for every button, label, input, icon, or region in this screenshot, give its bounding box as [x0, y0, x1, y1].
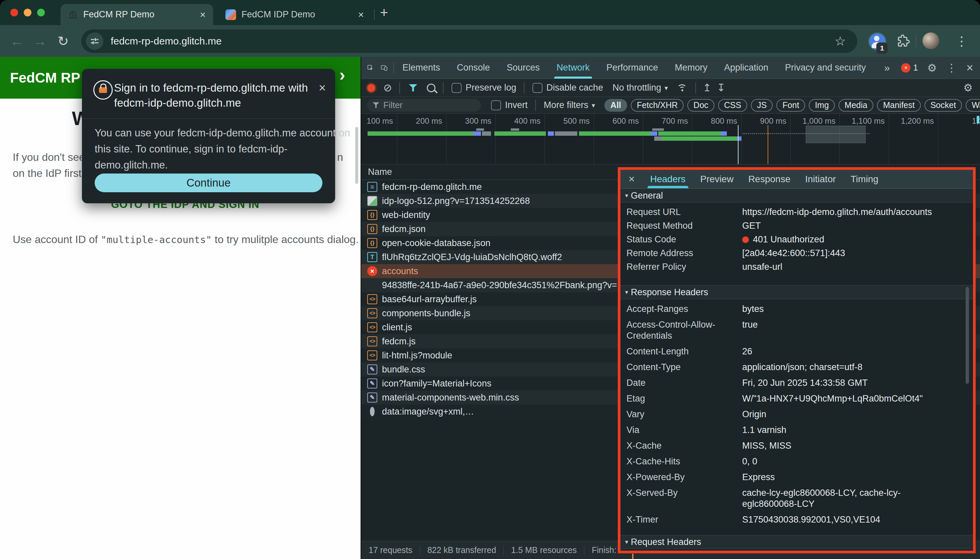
header-value: Origin: [742, 409, 950, 420]
continue-button[interactable]: Continue: [94, 174, 323, 192]
new-tab-button[interactable]: +: [380, 5, 388, 21]
idp-favicon: [225, 9, 236, 20]
filter-pill-js[interactable]: JS: [751, 99, 773, 112]
details-scrollbar[interactable]: [966, 287, 969, 384]
bookmark-star-icon[interactable]: ☆: [834, 34, 846, 48]
error-count: 1: [913, 63, 918, 73]
filter-pill-img[interactable]: Img: [809, 99, 835, 112]
header-value: Express: [742, 472, 950, 483]
preserve-log-checkbox[interactable]: [452, 83, 462, 93]
close-details-icon[interactable]: ×: [629, 173, 635, 185]
filter-pill-wasm[interactable]: Wasm: [966, 99, 980, 112]
filter-pill-font[interactable]: Font: [776, 99, 805, 112]
close-tab-icon[interactable]: ×: [358, 10, 364, 20]
reload-icon[interactable]: ↻: [58, 33, 69, 49]
header-value: MISS, MISS: [742, 440, 950, 452]
chrome-menu-icon[interactable]: ⋮: [955, 34, 968, 48]
back-icon[interactable]: ←: [10, 33, 23, 48]
header-value: S1750430038.992001,VS0,VE104: [742, 514, 950, 525]
details-tab-preview[interactable]: Preview: [693, 170, 741, 188]
export-har-icon[interactable]: ↧: [717, 81, 725, 94]
devtools-menu-icon[interactable]: ⋮: [946, 61, 957, 74]
lock-icon: [93, 80, 113, 100]
dialog-title-line1: Sign in to fedcm-rp-demo.glitch.me with: [114, 80, 308, 95]
network-overview-timeline[interactable]: 100 ms200 ms300 ms400 ms500 ms600 ms700 …: [361, 114, 980, 164]
details-tab-timing[interactable]: Timing: [843, 170, 886, 188]
filter-pill-all[interactable]: All: [604, 99, 627, 112]
network-filter-row: Filter Invert More filters ▾ AllFetch/XH…: [361, 97, 980, 114]
filter-pill-css[interactable]: CSS: [718, 99, 747, 112]
device-toolbar-icon[interactable]: [381, 63, 387, 73]
devtools-tab-elements[interactable]: Elements: [394, 57, 449, 79]
more-filters-button[interactable]: More filters: [544, 100, 589, 110]
inspect-element-icon[interactable]: [367, 63, 374, 73]
site-settings-icon[interactable]: [86, 32, 103, 50]
header-value: 1.1 varnish: [742, 425, 950, 436]
more-tabs-icon[interactable]: »: [884, 62, 890, 74]
dialog-close-icon[interactable]: ×: [319, 81, 326, 95]
search-icon[interactable]: [427, 84, 435, 92]
request-name: web-identity: [382, 210, 430, 220]
clear-network-log-icon[interactable]: ⊘: [383, 81, 392, 94]
request-name: client.js: [382, 322, 412, 332]
filter-pill-fetch-xhr[interactable]: Fetch/XHR: [631, 99, 684, 112]
response-headers-section-header[interactable]: ▾ Response Headers: [621, 285, 973, 299]
import-har-icon[interactable]: ↥: [703, 81, 712, 94]
devtools-close-icon[interactable]: ×: [966, 61, 973, 75]
devtools-tab-application[interactable]: Application: [716, 57, 776, 79]
address-bar[interactable]: fedcm-rp-demo.glitch.me ☆: [81, 30, 857, 53]
devtools-tab-sources[interactable]: Sources: [498, 57, 548, 79]
filter-funnel-icon[interactable]: [409, 84, 417, 92]
close-window-button[interactable]: [10, 9, 18, 17]
error-badge-icon[interactable]: ×: [901, 63, 910, 73]
close-tab-icon[interactable]: ×: [200, 10, 206, 20]
request-name: material-components-web.min.css: [382, 392, 519, 403]
filter-pill-manifest[interactable]: Manifest: [877, 99, 920, 112]
header-row: VaryOrigin: [621, 407, 973, 422]
browser-window: FedCM RP Demo × FedCM IDP Demo × + ← → ↻…: [0, 0, 980, 559]
request-name: idp-logo-512.png?v=1713514252268: [382, 196, 530, 206]
request-name: open-cookie-database.json: [382, 238, 490, 248]
overview-selection-box: [806, 126, 866, 143]
filter-pill-socket[interactable]: Socket: [924, 99, 962, 112]
throttling-select[interactable]: No throttling: [612, 83, 661, 93]
details-tab-response[interactable]: Response: [741, 170, 798, 188]
extensions-puzzle-icon[interactable]: [896, 34, 910, 48]
document-icon: ≡: [367, 182, 377, 192]
filter-pill-doc[interactable]: Doc: [687, 99, 714, 112]
filter-pill-media[interactable]: Media: [839, 99, 873, 112]
request-headers-section-header[interactable]: ▾ Request Headers: [621, 535, 973, 549]
network-conditions-icon[interactable]: [677, 84, 688, 92]
header-value: Fri, 20 Jun 2025 14:33:58 GMT: [742, 377, 950, 389]
details-tab-headers[interactable]: Headers: [643, 170, 693, 188]
overview-scroll-sliver: [977, 116, 979, 124]
devtools-tab-memory[interactable]: Memory: [666, 57, 716, 79]
minimize-window-button[interactable]: [24, 9, 31, 17]
details-tab-initiator[interactable]: Initiator: [798, 170, 843, 188]
profile-avatar[interactable]: [922, 32, 939, 49]
header-value: https://fedcm-idp-demo.glitch.me/auth/ac…: [742, 207, 950, 218]
devtools-settings-gear-icon[interactable]: ⚙: [927, 61, 937, 74]
forward-icon[interactable]: →: [33, 33, 47, 48]
devtools-tab-console[interactable]: Console: [449, 57, 498, 79]
filter-input[interactable]: Filter: [367, 99, 481, 112]
domcontentloaded-line: [738, 125, 738, 164]
devtools-panel: ElementsConsoleSourcesNetworkPerformance…: [361, 57, 980, 559]
devtools-tab-network[interactable]: Network: [548, 57, 598, 79]
zoom-window-button[interactable]: [37, 9, 45, 17]
error-icon: ×: [367, 266, 377, 276]
devtools-tab-privacy-and-security[interactable]: Privacy and security: [776, 57, 874, 79]
general-section-header[interactable]: ▾ General: [621, 189, 973, 203]
browser-tab-fedcm-rp-demo[interactable]: FedCM RP Demo ×: [61, 4, 213, 25]
header-row: Status Code401 Unauthorized: [621, 233, 973, 246]
invert-checkbox[interactable]: [491, 100, 501, 110]
browser-tab-fedcm-idp-demo[interactable]: FedCM IDP Demo ×: [218, 4, 371, 25]
devtools-tab-performance[interactable]: Performance: [598, 57, 667, 79]
page-scrollbar[interactable]: [355, 127, 358, 184]
record-network-log-icon[interactable]: [367, 84, 375, 92]
overview-green-bar: [662, 136, 737, 141]
header-key: Date: [626, 377, 742, 389]
header-key: Accept-Ranges: [626, 304, 742, 314]
disable-cache-checkbox[interactable]: [533, 83, 543, 93]
network-settings-gear-icon[interactable]: ⚙: [963, 81, 973, 94]
